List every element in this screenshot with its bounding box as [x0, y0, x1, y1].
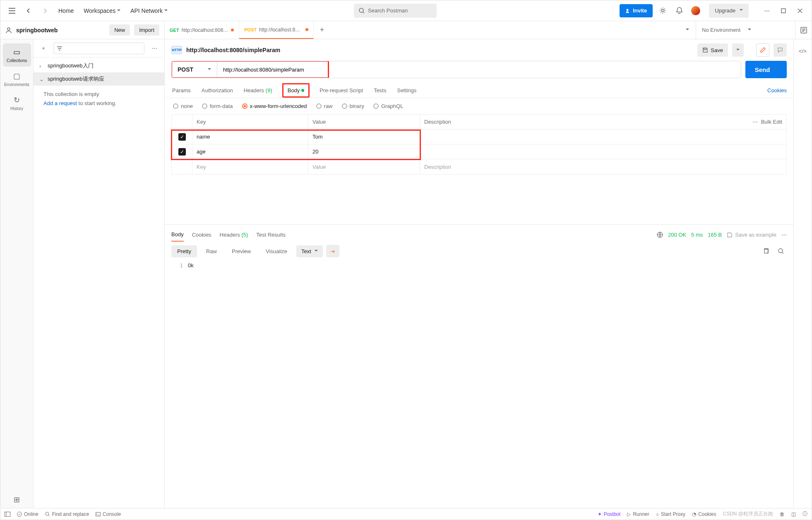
view-raw[interactable]: Raw [200, 245, 223, 257]
nav-api-network[interactable]: API Network [127, 5, 171, 17]
tab-post-request[interactable]: POST http://localhost:8080/s [239, 21, 314, 39]
comment-icon[interactable] [774, 43, 787, 57]
status-online[interactable]: Online [17, 511, 38, 517]
settings-icon[interactable] [656, 4, 669, 17]
trash-icon[interactable]: 🗑 [780, 510, 785, 518]
checkbox-icon[interactable]: ✓ [178, 133, 186, 141]
radio-graphql[interactable]: GraphQL [373, 103, 403, 109]
checkbox-icon[interactable]: ✓ [178, 148, 186, 156]
add-icon[interactable]: + [38, 43, 49, 54]
sidebar-toggle-icon[interactable] [5, 512, 10, 517]
tree-item[interactable]: ›springbootweb入门 [34, 59, 164, 72]
rail-history[interactable]: ↻History [3, 91, 31, 115]
language-select[interactable]: Text [296, 245, 323, 257]
view-pretty[interactable]: Pretty [171, 245, 197, 257]
wrap-lines-icon[interactable]: ⇥ [326, 245, 339, 257]
tree-item[interactable]: ⌄springbootweb请求响应 [34, 72, 164, 86]
radio-none[interactable]: none [173, 103, 193, 109]
value-cell[interactable]: 20 [308, 144, 420, 159]
upgrade-button[interactable]: Upgrade [709, 4, 749, 18]
maximize-icon[interactable] [777, 4, 790, 17]
import-button[interactable]: Import [134, 24, 159, 36]
desc-input[interactable]: Description [420, 159, 786, 174]
close-icon[interactable] [793, 4, 807, 17]
resp-tab-headers[interactable]: Headers (5) [220, 228, 248, 241]
tab-params[interactable]: Params [171, 83, 192, 98]
tab-body[interactable]: Body [282, 83, 310, 98]
resp-tab-tests[interactable]: Test Results [256, 228, 286, 241]
nav-home[interactable]: Home [55, 5, 77, 17]
desc-cell[interactable] [420, 144, 786, 159]
tab-settings[interactable]: Settings [396, 83, 417, 98]
new-tab-button[interactable]: + [314, 21, 330, 39]
minimize-icon[interactable]: — [760, 4, 774, 17]
copy-icon[interactable] [760, 245, 772, 257]
env-quicklook-icon[interactable] [795, 21, 812, 39]
status-code: 200 OK [668, 232, 686, 238]
runner[interactable]: ▷Runner [627, 510, 649, 518]
desc-cell[interactable] [420, 129, 786, 144]
rail-collections[interactable]: ▭Collections [3, 43, 31, 67]
cookies-status[interactable]: ◔Cookies [692, 510, 716, 518]
more-options-icon[interactable]: ⋯ [752, 119, 758, 125]
filter-icon[interactable] [53, 43, 144, 54]
save-icon [727, 232, 733, 238]
key-cell[interactable]: name [192, 129, 308, 144]
response-body[interactable]: 1 0k [165, 261, 793, 508]
layout-icon[interactable]: ◫ [791, 510, 796, 518]
radio-urlencoded[interactable]: x-www-form-urlencoded [242, 103, 307, 109]
tab-tests[interactable]: Tests [373, 83, 387, 98]
start-proxy[interactable]: ⟐Start Proxy [656, 510, 685, 518]
global-search[interactable]: Search Postman [354, 4, 437, 18]
globe-icon[interactable] [657, 232, 663, 238]
value-cell[interactable]: Tom [308, 129, 420, 144]
forward-icon[interactable] [38, 4, 52, 17]
value-input[interactable]: Value [308, 159, 420, 174]
resp-tab-cookies[interactable]: Cookies [192, 228, 211, 241]
cookies-link[interactable]: Cookies [767, 83, 787, 98]
tabs-dropdown[interactable] [679, 21, 696, 39]
workspace-name[interactable]: springbootweb [16, 27, 105, 34]
nav-workspaces[interactable]: Workspaces [80, 5, 124, 17]
radio-binary[interactable]: binary [342, 103, 364, 109]
add-request-link[interactable]: Add a request [43, 100, 77, 106]
edit-icon[interactable] [756, 43, 769, 57]
tab-get-request[interactable]: GET http://localhost:8080/si [165, 21, 239, 39]
help-icon[interactable]: ⓘ [802, 510, 807, 518]
request-title[interactable]: http://localhost:8080/simpleParam [186, 47, 693, 53]
save-button[interactable]: Save [697, 43, 728, 57]
radio-formdata[interactable]: form-data [202, 103, 233, 109]
search-response-icon[interactable] [775, 245, 787, 257]
bulk-edit-link[interactable]: Bulk Edit [761, 119, 782, 125]
avatar[interactable] [689, 4, 702, 17]
rail-more[interactable]: ⊞ [3, 491, 31, 508]
back-icon[interactable] [22, 4, 35, 17]
radio-raw[interactable]: raw [316, 103, 333, 109]
key-cell[interactable]: age [192, 144, 308, 159]
code-icon[interactable]: </> [797, 45, 809, 57]
view-visualize[interactable]: Visualize [260, 245, 293, 257]
environment-selector[interactable]: No Environment [696, 21, 795, 39]
menu-icon[interactable] [5, 4, 19, 17]
notifications-icon[interactable] [673, 4, 686, 17]
method-select[interactable]: POST [172, 61, 217, 78]
invite-button[interactable]: Invite [620, 4, 653, 17]
url-input[interactable] [217, 61, 741, 78]
rail-environments[interactable]: ▢Environments [3, 67, 31, 91]
key-input[interactable]: Key [192, 159, 308, 174]
send-button[interactable]: Send [745, 61, 787, 78]
more-icon[interactable]: ⋯ [149, 43, 160, 54]
tab-headers[interactable]: Headers (9) [243, 83, 273, 98]
workspace-header: springbootweb New Import [0, 21, 165, 39]
resp-tab-body[interactable]: Body [171, 228, 184, 242]
postbot[interactable]: ✦Postbot [598, 510, 621, 518]
save-example-button[interactable]: Save as example [727, 232, 776, 238]
view-preview[interactable]: Preview [226, 245, 257, 257]
save-dropdown[interactable] [732, 43, 744, 57]
tab-auth[interactable]: Authorization [201, 83, 234, 98]
new-button[interactable]: New [109, 24, 130, 36]
find-replace[interactable]: Find and replace [45, 511, 89, 517]
more-icon[interactable]: ⋯ [781, 232, 787, 238]
console[interactable]: Console [96, 511, 121, 517]
tab-prerequest[interactable]: Pre-request Script [319, 83, 364, 98]
